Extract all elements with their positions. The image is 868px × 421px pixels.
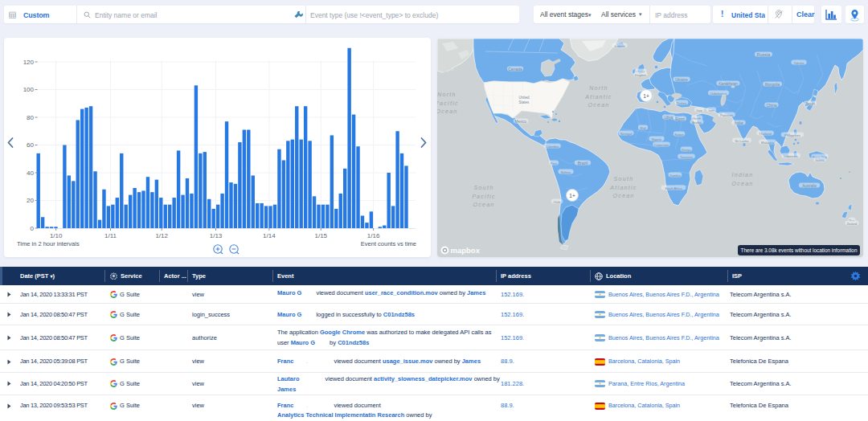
svg-text:Atlantic: Atlantic: [609, 185, 637, 190]
svg-text:Peru: Peru: [551, 161, 557, 166]
svg-text:80: 80: [27, 114, 34, 121]
svg-text:States: States: [519, 100, 530, 104]
svg-text:South Africa: South Africa: [665, 186, 682, 190]
svg-text:Sudan: Sudan: [674, 133, 684, 137]
svg-text:100: 100: [23, 86, 35, 93]
svg-text:40: 40: [27, 170, 34, 177]
svg-text:North: North: [437, 92, 457, 97]
svg-text:Mongolia: Mongolia: [765, 83, 780, 87]
svg-text:Arabia: Arabia: [692, 121, 702, 125]
svg-text:1/10: 1/10: [50, 232, 63, 239]
svg-text:Senegal: Senegal: [620, 132, 633, 136]
svg-text:mapbox: mapbox: [451, 246, 481, 255]
svg-text:Philippines: Philippines: [784, 133, 800, 137]
svg-text:Chile: Chile: [553, 200, 561, 204]
svg-text:Brazil: Brazil: [578, 161, 588, 166]
svg-text:Kenya: Kenya: [682, 148, 691, 152]
svg-text:Libya: Libya: [665, 116, 674, 120]
svg-text:Mexico: Mexico: [515, 120, 527, 124]
svg-text:1/15: 1/15: [315, 232, 328, 239]
svg-text:Indonesia: Indonesia: [784, 154, 798, 158]
svg-text:Ukraine: Ukraine: [675, 78, 688, 82]
svg-text:Canada: Canada: [508, 67, 522, 72]
svg-text:Australia: Australia: [802, 184, 817, 188]
svg-text:0: 0: [31, 225, 35, 232]
svg-text:Nigeria: Nigeria: [652, 137, 662, 141]
svg-text:Egypt: Egypt: [675, 117, 685, 121]
svg-text:1/16: 1/16: [367, 232, 380, 239]
svg-text:Malaysia: Malaysia: [761, 141, 775, 145]
svg-text:Sri Lanka: Sri Lanka: [735, 139, 750, 143]
svg-text:Kazakhstan: Kazakhstan: [719, 82, 738, 86]
svg-text:1/13: 1/13: [210, 232, 223, 239]
svg-text:China: China: [766, 103, 776, 108]
svg-text:Guinea: Guinea: [815, 159, 824, 162]
svg-text:1/14: 1/14: [263, 232, 276, 239]
svg-text:Yakutia: Yakutia: [793, 61, 805, 65]
svg-text:Iceland: Iceland: [615, 44, 625, 48]
svg-text:120: 120: [23, 59, 35, 66]
svg-text:Uzbekistan: Uzbekistan: [710, 92, 727, 96]
svg-text:Turkey: Turkey: [677, 101, 686, 105]
svg-text:North: North: [589, 85, 608, 91]
svg-text:Atlantic: Atlantic: [584, 94, 612, 100]
svg-text:Cameroon: Cameroon: [654, 143, 669, 147]
svg-text:20: 20: [27, 197, 34, 204]
svg-text:1/12: 1/12: [155, 232, 168, 239]
svg-text:Ocean: Ocean: [612, 193, 634, 198]
svg-text:1+: 1+: [569, 193, 575, 198]
svg-text:Russia: Russia: [757, 52, 772, 57]
svg-text:Thailand: Thailand: [759, 132, 771, 136]
svg-text:Pacific: Pacific: [472, 194, 496, 199]
svg-text:India: India: [735, 121, 743, 125]
svg-text:Pacific: Pacific: [437, 100, 459, 106]
svg-text:Tanzania: Tanzania: [680, 155, 694, 159]
svg-text:United: United: [518, 96, 530, 100]
svg-text:Ocean: Ocean: [731, 181, 753, 186]
svg-text:Mali: Mali: [640, 126, 645, 130]
svg-text:Ocean: Ocean: [588, 102, 609, 108]
svg-text:1+: 1+: [643, 93, 649, 99]
svg-text:1/11: 1/11: [104, 232, 117, 239]
svg-text:Ocean: Ocean: [473, 202, 494, 207]
svg-text:Indian: Indian: [732, 172, 754, 178]
svg-text:Pakistan: Pakistan: [720, 113, 732, 117]
svg-text:Zambia: Zambia: [669, 174, 681, 178]
svg-text:Bolivia: Bolivia: [561, 170, 571, 174]
svg-text:Kingdom: Kingdom: [635, 74, 646, 77]
svg-text:60: 60: [27, 141, 34, 149]
svg-text:Japan: Japan: [805, 102, 816, 106]
svg-text:Iran: Iran: [709, 108, 714, 112]
svg-text:Ocean: Ocean: [437, 108, 458, 114]
svg-text:South: South: [474, 185, 494, 190]
svg-text:Iraq: Iraq: [697, 108, 702, 112]
svg-text:Zealand: Zealand: [847, 223, 858, 226]
svg-text:Colombia: Colombia: [546, 145, 560, 149]
svg-text:South: South: [614, 176, 634, 182]
